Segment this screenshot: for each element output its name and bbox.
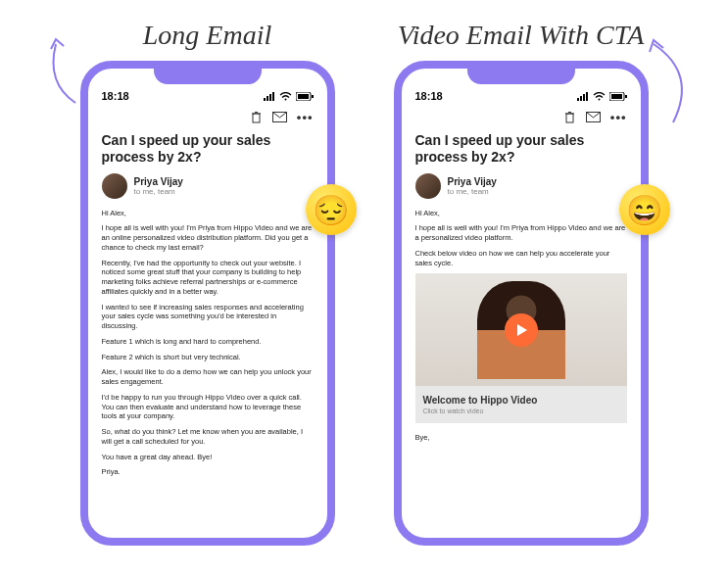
mail-icon[interactable] [272,112,287,122]
svg-rect-2 [269,94,271,101]
svg-rect-7 [312,95,314,98]
email-subject: Can I speed up your sales process by 2x? [102,132,314,166]
phone-notch [154,67,262,84]
status-time: 18:18 [102,90,129,102]
email-paragraph: I hope all is well with you! I'm Priya f… [415,223,627,243]
email-paragraph: I'd be happy to run you through Hippo Vi… [102,393,314,421]
more-icon[interactable]: ••• [610,110,627,124]
svg-rect-12 [577,98,579,101]
email-paragraph: Recently, I've had the opportunity to ch… [102,259,314,297]
svg-point-16 [598,98,600,100]
email-paragraph: Feature 2 which is short but very techni… [102,353,314,362]
sender-name: Priya Vijay [134,176,183,187]
battery-icon [609,92,627,101]
left-panel: Long Email 18:18 ••• Can I speed u [80,20,335,546]
svg-rect-14 [583,94,585,101]
svg-point-4 [284,98,286,100]
avatar [102,173,127,199]
mail-icon[interactable] [586,112,601,122]
email-paragraph: So, what do you think? Let me know when … [102,427,314,447]
email-paragraph: I wanted to see if increasing sales resp… [102,303,314,331]
video-cta[interactable]: Welcome to Hippo Video Click to watch vi… [415,273,627,423]
email-body-video: Hi Alex,I hope all is well with you! I'm… [415,209,627,444]
svg-rect-19 [625,95,627,98]
phone-notch [467,67,575,84]
right-heading: Video Email With CTA [398,20,645,51]
curved-arrow-icon [644,34,703,136]
trash-icon[interactable] [250,111,263,123]
video-thumbnail[interactable] [415,273,627,386]
email-paragraph: Hi Alex, [415,209,627,218]
email-paragraph: Feature 1 which is long and hard to comp… [102,337,314,347]
svg-rect-6 [298,94,309,99]
svg-rect-8 [253,114,260,122]
sad-emoji-icon: 😔 [306,184,357,235]
sender-name: Priya Vijay [448,176,497,187]
svg-rect-18 [611,94,622,99]
video-title: Welcome to Hippo Video [423,394,619,407]
svg-rect-15 [586,92,588,101]
email-subject: Can I speed up your sales process by 2x? [415,132,627,166]
sender-row: Priya Vijay to me, team [415,173,627,199]
sender-row: Priya Vijay to me, team [102,173,314,199]
video-subtitle: Click to watch video [423,407,619,415]
status-time: 18:18 [415,90,443,102]
svg-rect-3 [272,92,274,101]
svg-rect-13 [580,96,582,101]
curved-arrow-icon [36,34,85,117]
avatar [415,173,441,199]
wifi-icon [593,92,606,101]
svg-rect-20 [566,114,573,122]
email-closing: Bye, [415,433,627,443]
email-body-long: Hi Alex,I hope all is well with you! I'm… [102,209,314,478]
status-bar: 18:18 [102,90,314,102]
phone-mockup-right: 18:18 ••• Can I speed up your sales proc… [394,61,649,546]
email-paragraph: Check below video on how we can help you… [415,249,627,268]
email-paragraph: Hi Alex, [102,209,314,218]
left-heading: Long Email [143,20,271,51]
svg-rect-1 [267,96,268,101]
signal-icon [577,92,589,101]
email-paragraph: You have a great day ahead. Bye! [102,453,314,462]
signal-icon [264,92,275,101]
trash-icon[interactable] [563,111,576,123]
status-bar: 18:18 [415,90,627,102]
sender-recipients: to me, team [448,187,497,196]
sender-recipients: to me, team [134,187,183,196]
play-icon[interactable] [505,313,538,347]
happy-emoji-icon: 😄 [619,184,670,235]
email-paragraph: Alex, I would like to do a demo how we c… [102,367,314,387]
more-icon[interactable]: ••• [297,110,314,124]
email-paragraph: I hope all is well with you! I'm Priya f… [102,223,314,252]
phone-mockup-left: 18:18 ••• Can I speed up your sales proc… [80,61,335,546]
svg-rect-0 [264,98,266,101]
email-toolbar: ••• [102,110,314,124]
wifi-icon [279,92,292,101]
right-panel: Video Email With CTA 18:18 ••• Can [394,20,649,546]
battery-icon [296,92,314,101]
email-toolbar: ••• [415,110,627,124]
email-paragraph: Priya. [102,467,314,477]
